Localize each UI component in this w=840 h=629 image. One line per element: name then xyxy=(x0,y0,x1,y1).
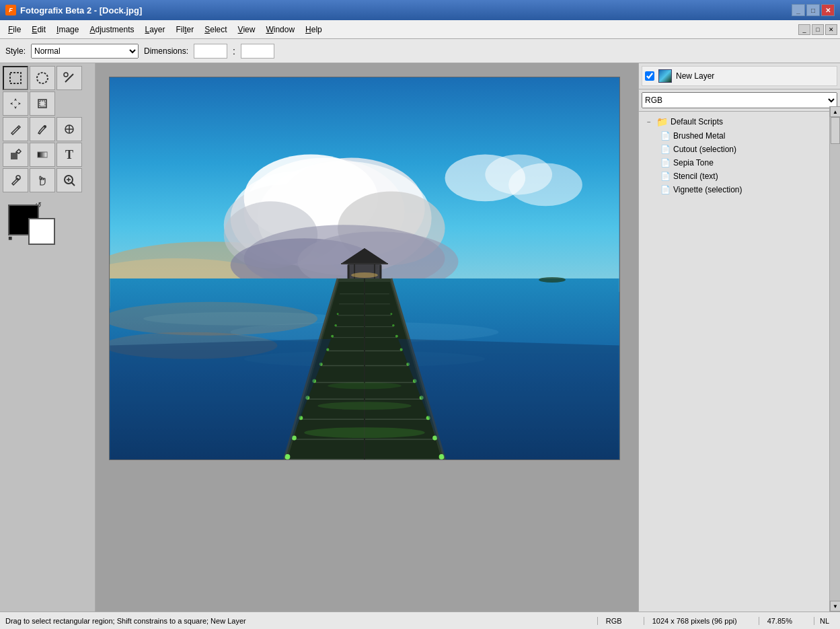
folder-icon: 📁 xyxy=(656,116,668,127)
color-area: ↺ ■ xyxy=(3,199,92,253)
toolbar-area: Style: Normal Fixed Ratio Fixed Size Dim… xyxy=(0,39,840,63)
ellipse-select-tool[interactable] xyxy=(30,66,55,90)
menu-adjustments[interactable]: Adjustments xyxy=(84,22,139,37)
scripts-folder: − 📁 Default Scripts 📄 Brushed Metal 📄 Cu… xyxy=(642,114,837,196)
layers-panel: New Layer xyxy=(639,63,840,89)
app-icon: F xyxy=(5,5,16,15)
gradient-tool[interactable] xyxy=(30,143,55,167)
script-name-2: Cutout (selection) xyxy=(673,145,736,154)
menu-help[interactable]: Help xyxy=(300,22,328,37)
menu-file[interactable]: File xyxy=(3,22,26,37)
menu-view[interactable]: View xyxy=(233,22,261,37)
pencil-tool[interactable] xyxy=(3,117,28,141)
dimension-height-input[interactable] xyxy=(241,44,274,59)
menu-window-controls: _ □ ✕ xyxy=(798,24,837,35)
zoom-tool[interactable] xyxy=(56,168,82,192)
scrollbar-track[interactable] xyxy=(830,117,840,601)
script-stencil[interactable]: 📄 Stencil (text) xyxy=(658,170,837,183)
menu-image[interactable]: Image xyxy=(51,22,84,37)
status-dimensions: 1024 x 768 pixels (96 ppi) xyxy=(644,617,745,625)
menu-select[interactable]: Select xyxy=(199,22,232,37)
status-flag: NL xyxy=(814,617,835,625)
status-mode: RGB xyxy=(597,617,630,625)
menu-bar: File Edit Image Adjustments Layer Filter… xyxy=(0,20,840,39)
svg-point-77 xyxy=(304,427,424,438)
svg-point-78 xyxy=(317,402,412,410)
script-name-3: Sepia Tone xyxy=(673,158,714,168)
menu-window[interactable]: Window xyxy=(260,22,300,37)
script-icon-2: 📄 xyxy=(660,145,671,154)
script-name-1: Brushed Metal xyxy=(673,131,725,141)
channel-panel: RGB Red Green Blue xyxy=(639,89,840,112)
menu-filter[interactable]: Filter xyxy=(171,22,200,37)
status-bar: Drag to select rectangular region; Shift… xyxy=(0,612,840,629)
image-canvas xyxy=(109,77,620,460)
scripts-children: 📄 Brushed Metal 📄 Cutout (selection) 📄 S… xyxy=(644,129,837,196)
doc-restore-button[interactable]: □ xyxy=(812,24,824,35)
clone-tool[interactable] xyxy=(56,117,82,141)
magic-wand-tool[interactable] xyxy=(56,66,82,90)
script-icon-5: 📄 xyxy=(660,185,671,194)
svg-line-14 xyxy=(71,182,75,186)
text-tool-icon: T xyxy=(65,148,73,162)
menu-edit[interactable]: Edit xyxy=(26,22,51,37)
script-cutout[interactable]: 📄 Cutout (selection) xyxy=(658,143,837,156)
hand-tool[interactable] xyxy=(30,168,55,192)
svg-point-6 xyxy=(43,124,47,128)
doc-close-button[interactable]: ✕ xyxy=(825,24,837,35)
scripts-folder-item[interactable]: − 📁 Default Scripts xyxy=(644,114,837,129)
doc-minimize-button[interactable]: _ xyxy=(798,24,810,35)
text-tool[interactable]: T xyxy=(56,143,82,167)
svg-point-3 xyxy=(64,73,68,77)
menu-layer[interactable]: Layer xyxy=(139,22,170,37)
reset-colors-button[interactable]: ■ xyxy=(8,234,12,242)
layer-item: New Layer xyxy=(642,66,837,86)
scrollbar-up-button[interactable]: ▲ xyxy=(830,106,840,117)
window-title: Fotografix Beta 2 - [Dock.jpg] xyxy=(20,5,142,15)
scrollbar-thumb[interactable] xyxy=(831,117,840,144)
channel-select[interactable]: RGB Red Green Blue xyxy=(642,92,837,108)
layer-thumbnail xyxy=(658,69,672,83)
script-sepia-tone[interactable]: 📄 Sepia Tone xyxy=(658,156,837,170)
canvas-area[interactable] xyxy=(96,63,638,612)
restore-button[interactable]: □ xyxy=(806,4,820,16)
minimize-button[interactable]: _ xyxy=(792,4,805,16)
svg-rect-0 xyxy=(10,73,21,83)
folder-name: Default Scripts xyxy=(671,117,723,126)
move-tool[interactable] xyxy=(3,91,28,116)
collapse-icon: − xyxy=(647,118,654,126)
background-color[interactable] xyxy=(28,218,55,245)
layer-name: New Layer xyxy=(676,71,714,81)
svg-line-2 xyxy=(65,74,73,82)
window-controls: _ □ ✕ xyxy=(792,4,835,16)
fill-tool[interactable] xyxy=(3,143,28,167)
script-brushed-metal[interactable]: 📄 Brushed Metal xyxy=(658,129,837,143)
svg-point-30 xyxy=(508,163,582,207)
svg-point-65 xyxy=(334,324,337,327)
dimension-width-input[interactable] xyxy=(194,44,227,59)
script-name-4: Stencil (text) xyxy=(673,172,718,181)
scrollbar-down-button[interactable]: ▼ xyxy=(830,601,840,612)
svg-point-1 xyxy=(37,73,48,83)
script-icon-1: 📄 xyxy=(660,131,671,141)
scripts-panel[interactable]: − 📁 Default Scripts 📄 Brushed Metal 📄 Cu… xyxy=(639,112,840,612)
svg-rect-10 xyxy=(11,153,17,159)
script-vignette[interactable]: 📄 Vignette (selection) xyxy=(658,183,837,196)
rect-select-tool[interactable] xyxy=(3,66,28,90)
eyedropper-tool[interactable] xyxy=(3,168,28,192)
svg-point-79 xyxy=(328,382,402,389)
brush-tool[interactable] xyxy=(30,117,55,141)
style-select[interactable]: Normal Fixed Ratio Fixed Size xyxy=(31,44,139,59)
script-icon-3: 📄 xyxy=(660,158,671,168)
workspace: T ↺ ■ xyxy=(0,63,840,612)
svg-point-88 xyxy=(351,272,378,278)
dimensions-label: Dimensions: xyxy=(144,46,188,56)
crop-tool[interactable] xyxy=(30,91,55,116)
svg-rect-11 xyxy=(38,152,47,157)
title-bar: F Fotografix Beta 2 - [Dock.jpg] _ □ ✕ xyxy=(0,0,840,20)
layer-visibility-checkbox[interactable] xyxy=(645,71,654,81)
dimension-separator: : xyxy=(233,46,235,57)
close-button[interactable]: ✕ xyxy=(821,4,835,16)
style-label: Style: xyxy=(5,46,26,56)
right-panel: New Layer RGB Red Green Blue − 📁 Default… xyxy=(638,63,840,612)
